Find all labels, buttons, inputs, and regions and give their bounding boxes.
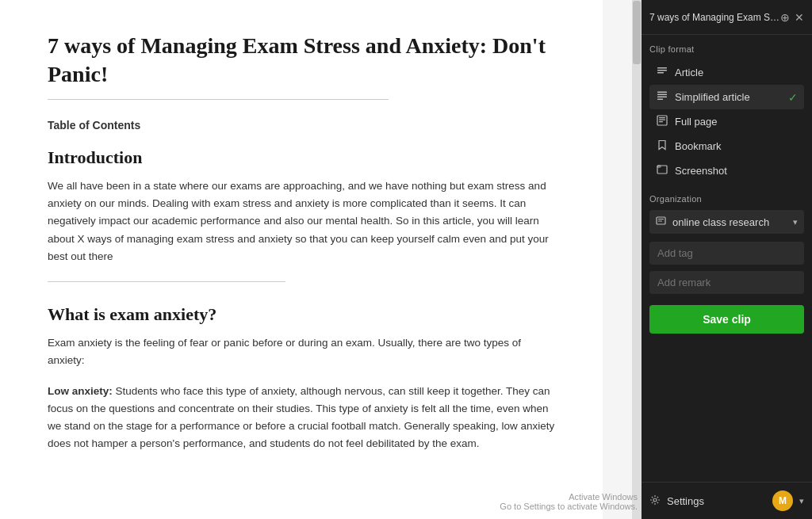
article-title: 7 ways of Managing Exam Stress and Anxie… <box>48 32 555 90</box>
svg-rect-7 <box>657 116 667 125</box>
scrollbar-thumb[interactable] <box>633 1 641 64</box>
low-anxiety-term: Low anxiety: <box>48 385 113 397</box>
article-content: 7 ways of Managing Exam Stress and Anxie… <box>0 0 603 519</box>
bookmark-icon <box>656 139 668 153</box>
remark-input[interactable] <box>649 271 804 294</box>
user-avatar[interactable]: M <box>772 490 793 511</box>
clip-option-fullpage[interactable]: Full page <box>649 109 804 134</box>
bookmark-label: Bookmark <box>675 140 798 152</box>
low-anxiety-body: Low anxiety: Students who face this type… <box>48 383 555 453</box>
svg-rect-2 <box>657 72 664 74</box>
panel-body: Clip format Article <box>642 35 812 482</box>
anxiety-heading: What is exam anxiety? <box>48 304 555 325</box>
panel-header-icons: ⊕ ✕ <box>780 11 804 24</box>
footer-chevron-icon[interactable]: ▾ <box>799 496 804 506</box>
clip-option-bookmark[interactable]: Bookmark <box>649 134 804 158</box>
close-icon[interactable]: ✕ <box>795 11 804 24</box>
clip-option-article[interactable]: Article <box>649 60 804 85</box>
fullpage-icon <box>656 115 668 128</box>
org-icon <box>656 216 666 228</box>
title-divider <box>48 99 389 100</box>
clip-option-simplified[interactable]: Simplified article ✓ <box>649 85 804 109</box>
intro-heading: Introduction <box>48 147 555 168</box>
svg-rect-8 <box>659 117 665 118</box>
org-name: online class research <box>672 216 787 228</box>
panel-header: 7 ways of Managing Exam Stress ⊕ ✕ <box>642 0 812 35</box>
org-section: Organization online class research ▾ Sav… <box>649 194 804 337</box>
activate-windows-watermark: Activate Windows Go to Settings to activ… <box>500 492 638 511</box>
pin-icon[interactable]: ⊕ <box>780 11 790 24</box>
fullpage-label: Full page <box>675 116 798 128</box>
scrollbar-track[interactable] <box>632 0 642 519</box>
anxiety-intro: Exam anxiety is the feeling of fear or p… <box>48 334 555 370</box>
svg-rect-5 <box>657 97 667 98</box>
svg-rect-0 <box>657 67 667 69</box>
save-clip-button[interactable]: Save clip <box>649 305 804 334</box>
article-icon <box>656 66 668 79</box>
article-label: Article <box>675 67 798 78</box>
svg-rect-9 <box>659 120 665 120</box>
low-anxiety-text: Students who face this type of anxiety, … <box>48 385 554 450</box>
toc-label: Table of Contents <box>48 119 555 132</box>
svg-rect-6 <box>657 99 663 101</box>
activate-line1: Activate Windows <box>500 492 638 502</box>
svg-rect-1 <box>657 70 667 71</box>
panel-footer: Settings M ▾ <box>642 482 812 519</box>
clip-option-screenshot[interactable]: Screenshot <box>649 158 804 183</box>
svg-rect-15 <box>658 221 662 222</box>
panel-title: 7 ways of Managing Exam Stress <box>649 12 780 23</box>
svg-rect-14 <box>658 219 664 219</box>
org-label: Organization <box>649 194 804 204</box>
svg-rect-4 <box>657 94 667 96</box>
settings-label[interactable]: Settings <box>667 495 766 507</box>
org-dropdown[interactable]: online class research ▾ <box>649 210 804 234</box>
simplified-icon <box>656 90 668 104</box>
svg-rect-10 <box>659 121 663 122</box>
org-chevron-icon: ▾ <box>793 217 798 227</box>
clip-format-label: Clip format <box>649 44 804 54</box>
simplified-label: Simplified article <box>675 91 782 103</box>
settings-icon <box>649 494 661 508</box>
screenshot-label: Screenshot <box>675 165 798 177</box>
svg-point-16 <box>653 498 657 502</box>
checkmark-icon: ✓ <box>788 91 798 104</box>
screenshot-icon <box>656 164 668 177</box>
svg-rect-3 <box>657 92 667 93</box>
section-divider <box>48 281 285 282</box>
tag-input[interactable] <box>649 242 804 265</box>
clip-panel: 7 ways of Managing Exam Stress ⊕ ✕ Clip … <box>642 0 812 519</box>
intro-body: We all have been in a state where our ex… <box>48 177 555 265</box>
activate-line2: Go to Settings to activate Windows. <box>500 502 638 511</box>
